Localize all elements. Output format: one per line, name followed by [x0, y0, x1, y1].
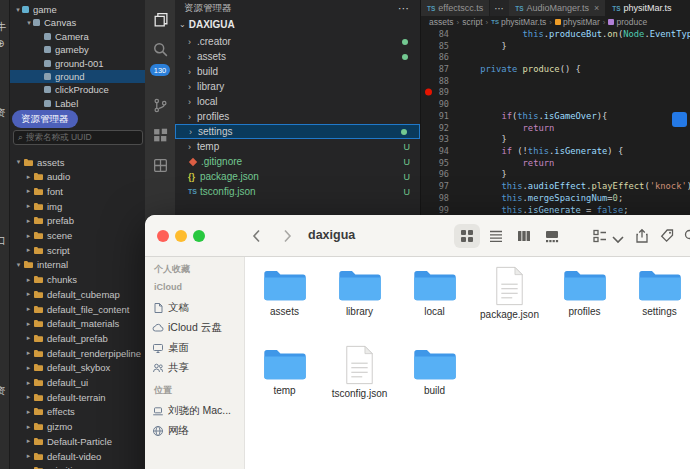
tag-button[interactable]	[659, 228, 675, 248]
expand-arrow-icon[interactable]: ▸	[24, 408, 33, 416]
asset-tree-item-default_prefab[interactable]: ▸ default_prefab	[10, 331, 145, 345]
explorer-item-profiles[interactable]: › profiles	[175, 109, 420, 124]
hierarchy-node-clickProduce[interactable]: clickProduce	[10, 83, 145, 96]
expand-arrow-icon[interactable]: ▸	[24, 379, 33, 387]
asset-tree-item-default_renderpipeline[interactable]: ▸ default_renderpipeline	[10, 346, 145, 360]
explorer-item-.gitignore[interactable]: .gitignore U	[175, 154, 420, 169]
asset-tree-item-assets[interactable]: ▾ assets	[10, 155, 145, 169]
explorer-item-.creator[interactable]: › .creator	[175, 34, 420, 49]
explorer-item-library[interactable]: › library	[175, 79, 420, 94]
tab-physitMar.ts[interactable]: TSphysitMar.ts	[606, 0, 690, 16]
finder-item-temp[interactable]: temp	[247, 342, 322, 421]
gutter[interactable]: 93	[421, 134, 453, 144]
hierarchy-node-Canvas[interactable]: ▾ Canvas	[10, 16, 145, 29]
expand-arrow-icon[interactable]: ▾	[14, 261, 23, 269]
activity-layout-grid-icon[interactable]	[145, 152, 175, 178]
expand-arrow-icon[interactable]: ▸	[24, 202, 33, 210]
expand-arrow-icon[interactable]: ▸	[24, 217, 33, 225]
view-list-button[interactable]	[488, 228, 504, 248]
expand-arrow-icon[interactable]: ▸	[24, 437, 33, 445]
view-grid-button[interactable]	[459, 228, 475, 248]
editor-floating-button[interactable]	[672, 112, 687, 127]
hierarchy-node-gameby[interactable]: gameby	[10, 43, 145, 56]
gutter[interactable]: 96	[421, 169, 453, 179]
gutter[interactable]: 84	[421, 29, 453, 39]
expand-arrow-icon[interactable]: ▸	[24, 349, 33, 357]
asset-tree-item-default-terrain[interactable]: ▸ default-terrain	[10, 390, 145, 404]
explorer-item-settings[interactable]: › settings	[175, 124, 420, 139]
assets-panel-tab[interactable]: 资源管理器	[12, 110, 78, 128]
gutter[interactable]: 98	[421, 193, 453, 203]
finder-item-build[interactable]: build	[397, 342, 472, 421]
expand-arrow-icon[interactable]: ▸	[24, 290, 33, 298]
hierarchy-node-Label[interactable]: Label	[10, 97, 145, 110]
asset-search-input[interactable]: ⌕ 搜索名称或 UUID	[13, 130, 143, 145]
breadcrumb-item-assets[interactable]: assets	[429, 17, 454, 27]
expand-arrow-icon[interactable]: ▸	[24, 187, 33, 195]
asset-tree-item-default_file_content[interactable]: ▸ default_file_content	[10, 302, 145, 316]
explorer-item-tsconfig.json[interactable]: TS tsconfig.json U	[175, 184, 420, 199]
sidebar-item-网络[interactable]: 网络	[152, 424, 189, 438]
expand-arrow-icon[interactable]: ▸	[24, 364, 33, 372]
project-root-row[interactable]: ⌄ DAXIGUA	[175, 16, 420, 32]
hierarchy-node-game[interactable]: ▾ game	[10, 3, 145, 16]
finder-item-local[interactable]: local	[397, 263, 472, 342]
tab-overflow-icon[interactable]: ⋯	[490, 0, 509, 16]
activity-files-icon[interactable]	[145, 6, 175, 32]
forward-button[interactable]	[279, 228, 295, 248]
minimize-button[interactable]	[175, 230, 187, 242]
gutter[interactable]: 88	[421, 76, 453, 86]
explorer-item-local[interactable]: › local	[175, 94, 420, 109]
sidebar-item-iCloud 云盘[interactable]: iCloud 云盘	[152, 321, 222, 335]
hierarchy-node-Camera[interactable]: Camera	[10, 30, 145, 43]
zoom-button[interactable]	[193, 230, 205, 242]
group-button[interactable]	[592, 228, 608, 248]
finder-item-assets[interactable]: assets	[247, 263, 322, 342]
finder-item-library[interactable]: library	[322, 263, 397, 342]
explorer-item-temp[interactable]: › temp U	[175, 139, 420, 154]
asset-tree-item-internal[interactable]: ▾ internal	[10, 258, 145, 272]
sidebar-item-文稿[interactable]: 文稿	[152, 301, 189, 315]
activity-search-icon[interactable]	[145, 36, 175, 62]
breakpoint-dot[interactable]	[425, 89, 432, 96]
close-button[interactable]	[157, 230, 169, 242]
asset-tree-item-primitives[interactable]: ▸ primitives	[10, 464, 145, 469]
activity-extensions-icon[interactable]	[145, 122, 175, 148]
expand-arrow-icon[interactable]: ▸	[24, 173, 33, 181]
gutter[interactable]: 99	[421, 205, 453, 215]
sidebar-item-刘骁的 Mac...[interactable]: 刘骁的 Mac...	[152, 404, 231, 418]
expand-arrow-icon[interactable]: ▾	[14, 158, 23, 166]
share-button[interactable]	[634, 228, 650, 248]
breadcrumb-item-produce[interactable]: produce	[608, 17, 647, 27]
activity-source-control-icon[interactable]	[145, 92, 175, 118]
asset-tree-item-default_ui[interactable]: ▸ default_ui	[10, 376, 145, 390]
asset-tree-item-default-video[interactable]: ▸ default-video	[10, 449, 145, 463]
expand-arrow-icon[interactable]: ▸	[24, 393, 33, 401]
finder-item-settings[interactable]: settings	[622, 263, 690, 342]
explorer-item-build[interactable]: › build	[175, 64, 420, 79]
explorer-item-package.json[interactable]: {} package.json U	[175, 169, 420, 184]
gutter[interactable]: 87	[421, 64, 453, 74]
finder-item-tsconfig.json[interactable]: tsconfig.json	[322, 342, 397, 421]
more-actions-icon[interactable]: ⋯	[398, 2, 410, 15]
gutter[interactable]: 95	[421, 158, 453, 168]
asset-tree-item-gizmo[interactable]: ▸ gizmo	[10, 420, 145, 434]
breadcrumb-item-physitMar[interactable]: physitMar	[555, 17, 600, 27]
expand-arrow-icon[interactable]: ▸	[24, 246, 33, 254]
expand-arrow-icon[interactable]: ▸	[24, 276, 33, 284]
asset-tree-item-chunks[interactable]: ▸ chunks	[10, 273, 145, 287]
asset-tree-item-default_skybox[interactable]: ▸ default_skybox	[10, 361, 145, 375]
gutter[interactable]: 91	[421, 111, 453, 121]
view-gallery-button[interactable]	[544, 228, 560, 248]
gutter[interactable]: 89	[421, 87, 453, 97]
expand-arrow-icon[interactable]: ▸	[24, 305, 33, 313]
gutter[interactable]: 94	[421, 146, 453, 156]
asset-tree-item-Default-Particle[interactable]: ▸ Default-Particle	[10, 434, 145, 448]
hierarchy-node-ground[interactable]: ground	[10, 70, 145, 83]
gutter[interactable]: 90	[421, 99, 453, 109]
gutter[interactable]: 85	[421, 41, 453, 51]
expand-arrow-icon[interactable]: ▸	[24, 232, 33, 240]
sidebar-item-桌面[interactable]: 桌面	[152, 341, 189, 355]
expand-arrow-icon[interactable]: ▸	[24, 452, 33, 460]
asset-tree-item-script[interactable]: ▸ script	[10, 243, 145, 257]
